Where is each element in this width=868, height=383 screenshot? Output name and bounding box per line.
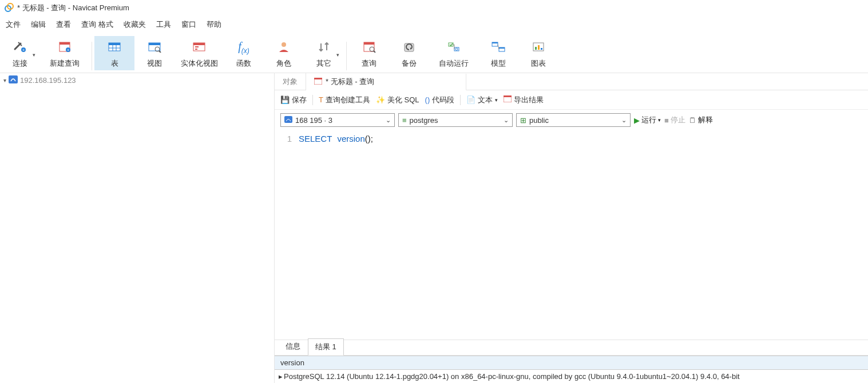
beautify-icon: ✨ xyxy=(376,95,385,104)
result-tab-result1[interactable]: 结果 1 xyxy=(308,338,344,356)
svg-rect-38 xyxy=(541,48,542,50)
tool-role[interactable]: 角色 xyxy=(264,36,304,70)
export-icon xyxy=(504,95,512,104)
menu-tools[interactable]: 工具 xyxy=(156,19,171,30)
main-toolbar: +▾ 连接 + 新建查询 表 视图 实体化视图 f(x) 函数 角色 ▾ 其它 … xyxy=(0,33,868,73)
table-icon xyxy=(107,41,122,54)
table-row[interactable]: ▸ PostgreSQL 12.14 (Ubuntu 12.14-1.pgdg2… xyxy=(275,370,868,383)
tool-view[interactable]: 视图 xyxy=(134,36,175,70)
database-value: postgres xyxy=(410,116,438,125)
code-content[interactable]: SELECT version(); xyxy=(296,130,868,340)
cell-version: PostgreSQL 12.14 (Ubuntu 12.14-1.pgdg20.… xyxy=(284,372,740,381)
schema-value: public xyxy=(529,116,549,125)
snippet-button[interactable]: () 代码段 xyxy=(425,95,455,105)
line-gutter: 1 xyxy=(275,130,296,340)
text-label: 文本 xyxy=(478,95,493,105)
run-button[interactable]: ▶ 运行 ▾ xyxy=(634,115,661,125)
tool-other[interactable]: ▾ 其它 xyxy=(304,36,344,70)
tool-function[interactable]: f(x) 函数 xyxy=(224,36,264,70)
menu-window[interactable]: 窗口 xyxy=(181,19,196,30)
menu-view[interactable]: 查看 xyxy=(56,19,71,30)
svg-line-16 xyxy=(159,51,161,53)
chevron-down-icon: ▾ xyxy=(33,52,35,58)
svg-rect-39 xyxy=(9,75,18,83)
svg-point-21 xyxy=(282,42,286,47)
column-header[interactable]: version xyxy=(275,356,868,370)
tool-autorun[interactable]: 自动运行 xyxy=(429,36,478,70)
mview-icon xyxy=(192,41,207,54)
tool-query-label: 查询 xyxy=(362,58,376,69)
postgres-icon xyxy=(284,116,292,125)
explain-button[interactable]: 🗒 解释 xyxy=(689,115,713,125)
tool-new-query[interactable]: + 新建查询 xyxy=(40,36,89,70)
separator xyxy=(346,42,347,70)
tool-autorun-label: 自动运行 xyxy=(439,58,469,69)
tool-model[interactable]: 模型 xyxy=(478,36,518,70)
backup-icon xyxy=(402,41,416,54)
beautify-sql-button[interactable]: ✨ 美化 SQL xyxy=(376,95,419,105)
schema-combo[interactable]: ⊞public ⌄ xyxy=(516,113,631,127)
tree-item-connection[interactable]: ▾ 192.168.195.123 xyxy=(3,75,271,85)
menu-file[interactable]: 文件 xyxy=(6,19,21,30)
tool-table[interactable]: 表 xyxy=(94,36,134,70)
tool-connect[interactable]: +▾ 连接 xyxy=(0,36,40,70)
menu-bar: 文件 编辑 查看 查询 格式 收藏夹 工具 窗口 帮助 xyxy=(0,16,868,33)
svg-rect-20 xyxy=(195,49,197,50)
tool-new-query-label: 新建查询 xyxy=(50,58,80,69)
tab-query[interactable]: * 无标题 - 查询 xyxy=(306,74,466,90)
result-tabs: 信息 结果 1 xyxy=(275,340,868,356)
snippet-label: 代码段 xyxy=(432,95,454,105)
query-tab-icon xyxy=(314,78,322,86)
svg-rect-37 xyxy=(538,45,540,50)
menu-edit[interactable]: 编辑 xyxy=(31,19,46,30)
run-label: 运行 xyxy=(641,115,656,125)
stop-label: 停止 xyxy=(671,115,685,125)
tool-backup-label: 备份 xyxy=(402,58,417,69)
tool-other-label: 其它 xyxy=(316,58,331,69)
new-query-icon: + xyxy=(57,41,72,54)
chevron-down-icon: ▾ xyxy=(495,97,498,103)
row-marker-icon: ▸ xyxy=(277,372,284,381)
builder-label: 查询创建工具 xyxy=(326,95,370,105)
menu-favorites[interactable]: 收藏夹 xyxy=(124,19,146,30)
expand-icon[interactable]: ▾ xyxy=(3,77,6,83)
code-tail: (); xyxy=(365,134,373,143)
separator xyxy=(460,95,461,105)
chevron-down-icon: ▾ xyxy=(658,117,661,123)
svg-rect-31 xyxy=(492,42,498,43)
save-button[interactable]: 💾 保存 xyxy=(280,95,307,105)
svg-text:+: + xyxy=(67,47,70,53)
tool-mview-label: 实体化视图 xyxy=(181,58,218,69)
function-icon: f(x) xyxy=(238,40,249,55)
svg-line-34 xyxy=(498,45,499,49)
tool-query[interactable]: 查询 xyxy=(349,36,389,70)
text-button[interactable]: 📄 文本 ▾ xyxy=(466,95,498,105)
tool-backup[interactable]: 备份 xyxy=(389,36,429,70)
connection-value: 168 195 · 3 xyxy=(295,116,332,125)
tab-objects[interactable]: 对象 xyxy=(275,73,306,90)
other-icon xyxy=(318,41,330,54)
tool-connect-label: 连接 xyxy=(13,58,27,69)
svg-point-29 xyxy=(455,48,458,50)
result-tab-info[interactable]: 信息 xyxy=(278,338,308,355)
database-combo[interactable]: ≡postgres ⌄ xyxy=(398,113,513,127)
save-label: 保存 xyxy=(292,95,307,105)
export-result-button[interactable]: 导出结果 xyxy=(504,95,544,105)
query-builder-button[interactable]: T 查询创建工具 xyxy=(319,95,370,105)
tool-role-label: 角色 xyxy=(276,58,291,69)
chart-icon xyxy=(532,41,545,54)
tab-objects-label: 对象 xyxy=(283,77,298,87)
plug-icon: + xyxy=(13,41,27,54)
autorun-icon xyxy=(447,41,461,54)
save-icon: 💾 xyxy=(280,95,290,104)
tree-item-label: 192.168.195.123 xyxy=(20,76,76,85)
beautify-label: 美化 SQL xyxy=(387,95,419,105)
tool-chart[interactable]: 图表 xyxy=(518,36,558,70)
menu-help[interactable]: 帮助 xyxy=(207,19,221,30)
sql-editor[interactable]: 1 SELECT version(); xyxy=(275,130,868,340)
connection-combo[interactable]: 168 195 · 3 ⌄ xyxy=(280,113,395,127)
result-grid: version ▸ PostgreSQL 12.14 (Ubuntu 12.14… xyxy=(275,356,868,383)
tool-materialized-view[interactable]: 实体化视图 xyxy=(175,36,224,70)
menu-query-format[interactable]: 查询 格式 xyxy=(81,19,113,30)
line-number: 1 xyxy=(287,134,292,143)
